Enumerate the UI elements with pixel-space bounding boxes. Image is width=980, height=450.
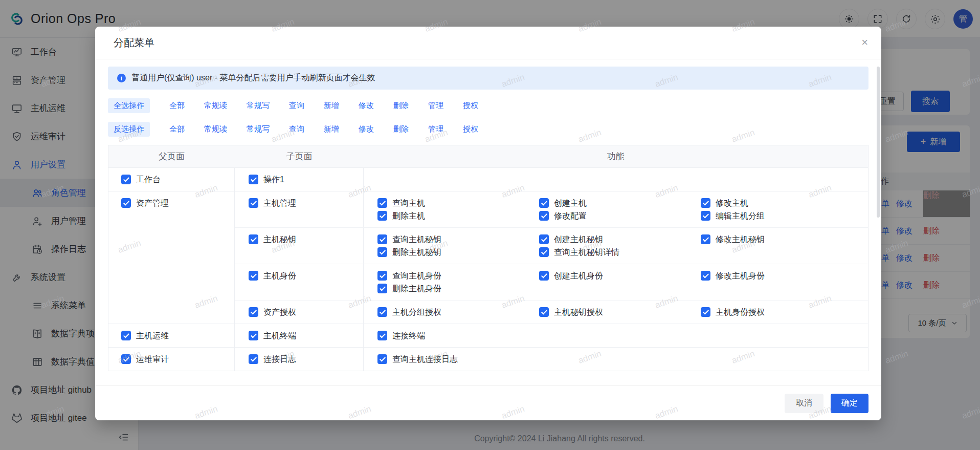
checkbox-item-function: 修改主机 [701, 197, 868, 209]
quick-select-link[interactable]: 新增 [324, 101, 339, 111]
quick-select-link[interactable]: 修改 [359, 124, 374, 134]
checkbox-checked[interactable] [249, 234, 258, 244]
checkbox-checked[interactable] [249, 354, 258, 364]
quick-select-link[interactable]: 授权 [463, 101, 478, 111]
functions-cell: 查询主机身份 创建主机身份 修改主机身份 删除主机身份 [364, 264, 868, 300]
checkbox-item-function: 删除主机 [377, 209, 539, 222]
invert-select-button[interactable]: 反选操作 [108, 122, 150, 137]
checkbox-label: 修改配置 [554, 209, 587, 222]
checkbox-label: 删除主机 [392, 209, 425, 222]
checkbox-item-function: 修改配置 [539, 209, 701, 222]
checkbox-label: 主机身份授权 [716, 306, 765, 318]
parent-page-cell: 资产管理 [108, 191, 235, 324]
quick-select-link[interactable]: 常规写 [247, 124, 270, 134]
quick-select-link[interactable]: 授权 [463, 124, 478, 134]
checkbox-checked[interactable] [377, 331, 387, 340]
checkbox-checked[interactable] [121, 175, 131, 184]
checkbox-label: 创建主机身份 [554, 269, 603, 282]
checkbox-checked[interactable] [539, 198, 549, 208]
checkbox-checked[interactable] [701, 211, 710, 221]
child-page-cell: 操作1 [235, 168, 364, 191]
checkbox-label: 查询主机连接日志 [392, 353, 458, 366]
checkbox-checked[interactable] [377, 307, 387, 317]
checkbox-item-function: 查询主机秘钥 [377, 233, 539, 246]
checkbox-item-function: 删除主机身份 [377, 282, 539, 295]
checkbox-checked[interactable] [539, 307, 549, 317]
checkbox-item-function: 查询主机连接日志 [377, 353, 539, 366]
checkbox-checked[interactable] [377, 271, 387, 281]
assign-menu-modal: 分配菜单 × i 普通用户(仅查询) user - 菜单分配后需要用户手动刷新页… [95, 27, 881, 420]
quick-select-row-1: 全选操作全部常规读常规写查询新增修改删除管理授权 [108, 98, 868, 113]
quick-select-link[interactable]: 管理 [428, 124, 443, 134]
checkbox-checked[interactable] [539, 247, 549, 257]
child-page-cell: 主机终端 [235, 324, 364, 347]
modal-body: i 普通用户(仅查询) user - 菜单分配后需要用户手动刷新页面才会生效 全… [95, 60, 881, 385]
modal-footer: 取消 确定 [95, 385, 881, 420]
checkbox-label: 创建主机秘钥 [554, 233, 603, 246]
checkbox-label: 资产管理 [136, 197, 169, 209]
checkbox-checked[interactable] [539, 234, 549, 244]
checkbox-checked[interactable] [121, 331, 131, 340]
quick-select-link[interactable]: 常规写 [247, 101, 270, 111]
checkbox-checked[interactable] [377, 234, 387, 244]
checkbox-item-parent: 运维审计 [121, 353, 234, 366]
checkbox-label: 主机终端 [263, 329, 296, 342]
checkbox-checked[interactable] [121, 354, 131, 364]
checkbox-item-function: 创建主机 [539, 197, 701, 209]
close-icon[interactable]: × [861, 37, 868, 48]
modal-scrollbar[interactable] [877, 67, 880, 218]
functions-cell: 主机分组授权 主机秘钥授权 主机身份授权 [364, 301, 868, 324]
checkbox-checked[interactable] [249, 198, 258, 208]
child-page-cell: 资产授权 [235, 301, 364, 324]
quick-select-link[interactable]: 查询 [289, 101, 304, 111]
checkbox-checked[interactable] [377, 354, 387, 364]
permission-child-row: 连接日志 查询主机连接日志 [235, 348, 868, 371]
checkbox-checked[interactable] [539, 211, 549, 221]
checkbox-item-function: 主机秘钥授权 [539, 306, 701, 318]
checkbox-checked[interactable] [249, 175, 258, 184]
child-page-cell: 主机管理 [235, 191, 364, 227]
quick-select-link[interactable]: 常规读 [204, 124, 227, 134]
quick-select-link[interactable]: 全部 [169, 124, 185, 134]
parent-page-cell: 主机运维 [108, 324, 235, 347]
confirm-button[interactable]: 确定 [831, 394, 868, 413]
quick-select-link[interactable]: 全部 [169, 101, 185, 111]
checkbox-item-parent: 主机运维 [121, 329, 234, 342]
checkbox-checked[interactable] [377, 198, 387, 208]
quick-select-link[interactable]: 管理 [428, 101, 443, 111]
checkbox-checked[interactable] [701, 307, 710, 317]
checkbox-item-function: 查询主机 [377, 197, 539, 209]
cancel-button[interactable]: 取消 [785, 394, 823, 413]
checkbox-item-function: 编辑主机分组 [701, 209, 868, 222]
checkbox-label: 查询主机身份 [392, 269, 441, 282]
quick-select-link[interactable]: 查询 [289, 124, 304, 134]
checkbox-checked[interactable] [249, 331, 258, 340]
checkbox-label: 工作台 [136, 173, 161, 186]
quick-select-row-2: 反选操作全部常规读常规写查询新增修改删除管理授权 [108, 122, 868, 137]
checkbox-checked[interactable] [377, 284, 387, 293]
checkbox-checked[interactable] [701, 271, 710, 281]
permission-group: 运维审计 连接日志 查询主机连接日志 [108, 347, 868, 371]
checkbox-checked[interactable] [249, 271, 258, 281]
permission-group: 资产管理 主机管理 查询主机 创建主机 修改主机 删除主机 修改配置 编辑主机分… [108, 191, 868, 324]
quick-select-link[interactable]: 修改 [359, 101, 374, 111]
quick-select-link[interactable]: 常规读 [204, 101, 227, 111]
parent-page-cell: 工作台 [108, 168, 235, 191]
checkbox-label: 查询主机秘钥 [392, 233, 441, 246]
select-all-button[interactable]: 全选操作 [108, 98, 150, 113]
checkbox-checked[interactable] [701, 234, 710, 244]
quick-select-link[interactable]: 删除 [393, 101, 409, 111]
checkbox-label: 连接终端 [392, 329, 425, 342]
quick-select-link[interactable]: 新增 [324, 124, 339, 134]
checkbox-checked[interactable] [377, 211, 387, 221]
checkbox-checked[interactable] [121, 198, 131, 208]
checkbox-checked[interactable] [249, 307, 258, 317]
checkbox-label: 资产授权 [263, 306, 296, 318]
checkbox-checked[interactable] [539, 271, 549, 281]
checkbox-label: 主机秘钥授权 [554, 306, 603, 318]
checkbox-checked[interactable] [701, 198, 710, 208]
checkbox-item-parent: 资产管理 [121, 197, 234, 209]
checkbox-checked[interactable] [377, 247, 387, 257]
permission-child-row: 资产授权 主机分组授权 主机秘钥授权 主机身份授权 [235, 300, 868, 324]
quick-select-link[interactable]: 删除 [393, 124, 409, 134]
